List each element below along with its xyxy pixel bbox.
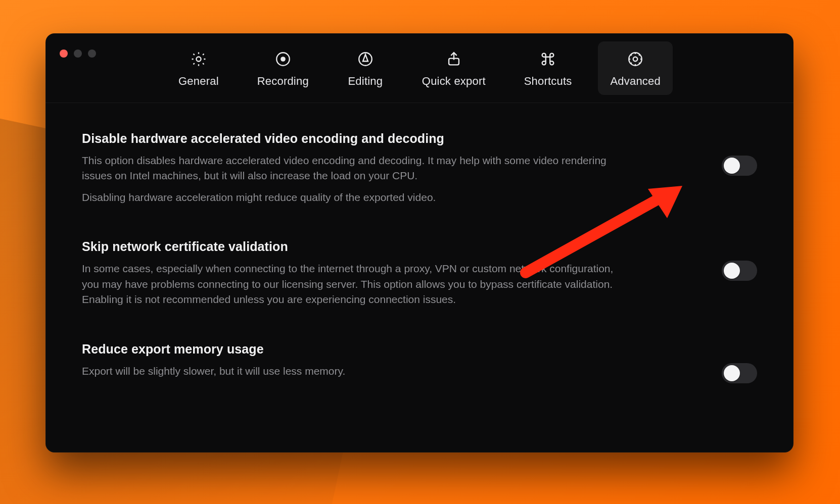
- tab-advanced[interactable]: Advanced: [598, 41, 672, 95]
- preferences-window: General Recording Editing Quick export: [45, 33, 794, 452]
- minimize-window-button[interactable]: [74, 49, 82, 58]
- toggle-knob: [724, 158, 740, 174]
- toggle-knob: [724, 365, 740, 381]
- tab-general[interactable]: General: [166, 41, 231, 95]
- tab-recording[interactable]: Recording: [245, 41, 321, 95]
- record-icon: [274, 51, 292, 68]
- setting-description: This option disables hardware accelerate…: [82, 153, 628, 184]
- tab-editing[interactable]: Editing: [335, 41, 396, 95]
- window-controls: [60, 49, 96, 58]
- setting-description: Export will be slightly slower, but it w…: [82, 364, 345, 379]
- setting-title: Skip network certificate validation: [82, 239, 628, 254]
- tab-label: Advanced: [610, 75, 660, 88]
- toggle-skip-cert-validation[interactable]: [722, 261, 757, 281]
- setting-title: Disable hardware accelerated video encod…: [82, 131, 628, 146]
- setting-skip-cert-validation: Skip network certificate validation In s…: [82, 239, 757, 307]
- settings-content: Disable hardware accelerated video encod…: [45, 103, 794, 438]
- setting-reduce-export-memory: Reduce export memory usage Export will b…: [82, 342, 757, 383]
- setting-description: Disabling hardware acceleration might re…: [82, 190, 628, 205]
- tab-label: Editing: [348, 75, 383, 88]
- tab-label: Shortcuts: [524, 75, 572, 88]
- setting-text: Skip network certificate validation In s…: [82, 239, 628, 307]
- toggle-reduce-export-memory[interactable]: [722, 363, 757, 383]
- toggle-disable-hwaccel[interactable]: [722, 156, 757, 176]
- toggle-knob: [724, 263, 740, 279]
- svg-point-0: [196, 57, 201, 61]
- editing-icon: [357, 51, 374, 68]
- titlebar: General Recording Editing Quick export: [45, 33, 794, 103]
- advanced-gear-icon: [627, 51, 644, 68]
- setting-disable-hwaccel: Disable hardware accelerated video encod…: [82, 131, 757, 205]
- setting-description: In some cases, especially when connectin…: [82, 261, 628, 307]
- tab-quick-export[interactable]: Quick export: [410, 41, 498, 95]
- setting-title: Reduce export memory usage: [82, 342, 345, 357]
- tab-shortcuts[interactable]: Shortcuts: [512, 41, 584, 95]
- svg-point-2: [281, 57, 286, 62]
- setting-text: Disable hardware accelerated video encod…: [82, 131, 628, 205]
- close-window-button[interactable]: [60, 49, 68, 58]
- tab-label: Quick export: [422, 75, 486, 88]
- zoom-window-button[interactable]: [88, 49, 96, 58]
- gear-icon: [190, 51, 207, 68]
- preferences-tabs: General Recording Editing Quick export: [166, 41, 673, 95]
- setting-text: Reduce export memory usage Export will b…: [82, 342, 345, 379]
- tab-label: Recording: [257, 75, 309, 88]
- svg-point-6: [633, 57, 638, 61]
- export-icon: [445, 51, 462, 68]
- command-icon: [539, 51, 556, 68]
- tab-label: General: [178, 75, 219, 88]
